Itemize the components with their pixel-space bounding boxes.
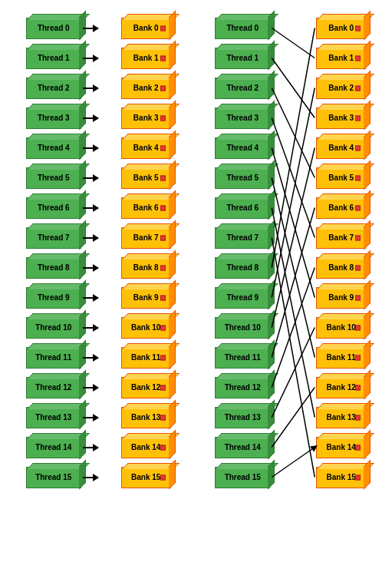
- bank-block: Bank 7: [121, 227, 171, 249]
- bank-block: Bank 4: [316, 137, 366, 159]
- bank-cube: Bank 14: [316, 433, 366, 461]
- bank-block: Bank 0: [121, 18, 171, 39]
- thread-block: Thread 9: [215, 287, 270, 309]
- bank-block: Bank 5: [121, 167, 171, 189]
- thread-block: Thread 2: [215, 78, 270, 99]
- bank-indicator: [355, 385, 361, 390]
- bank-indicator: [160, 295, 166, 300]
- bank-cube: Bank 5: [316, 164, 366, 192]
- arrow-line: [83, 88, 98, 89]
- bank-block: Bank 11: [316, 347, 366, 369]
- arrow-line: [83, 357, 98, 359]
- bank-cube: Bank 4: [121, 134, 171, 162]
- thread-block: Thread 4: [215, 137, 270, 159]
- thread-block: Thread 12: [215, 377, 270, 398]
- bank-block: Bank 14: [121, 437, 171, 458]
- arrow-line: [83, 58, 98, 59]
- bank-cube: Bank 8: [121, 253, 171, 282]
- thread-block: Thread 15: [215, 467, 270, 488]
- bank-indicator: [160, 205, 166, 210]
- bank-cube: Bank 6: [121, 193, 171, 222]
- thread-cube: Thread 4: [26, 134, 81, 162]
- bank-cube: Bank 0: [121, 14, 171, 42]
- thread-block: Thread 2: [26, 78, 81, 99]
- bank-indicator: [355, 265, 361, 270]
- thread-block: Thread 14: [215, 437, 270, 458]
- right-banks-column: Bank 0Bank 1Bank 2Bank 3Bank 4Bank 5Bank…: [316, 14, 366, 491]
- bank-block: Bank 7: [316, 227, 366, 249]
- thread-cube: Thread 11: [26, 343, 81, 372]
- bank-block: Bank 8: [316, 257, 366, 279]
- thread-block: Thread 14: [26, 437, 81, 458]
- thread-cube: Thread 5: [26, 164, 81, 192]
- thread-cube: Thread 12: [26, 373, 81, 402]
- bank-cube: Bank 13: [121, 403, 171, 431]
- bank-cube: Bank 7: [121, 223, 171, 252]
- thread-cube: Thread 8: [26, 253, 81, 282]
- bank-indicator: [355, 474, 361, 480]
- bank-block: Bank 3: [121, 107, 171, 129]
- thread-block: Thread 13: [215, 407, 270, 428]
- bank-block: Bank 13: [316, 407, 366, 428]
- thread-cube: Thread 14: [26, 433, 81, 461]
- thread-cube: Thread 6: [26, 193, 81, 222]
- bank-block: Bank 1: [121, 48, 171, 69]
- bank-block: Bank 10: [316, 317, 366, 339]
- bank-cube: Bank 6: [316, 193, 366, 222]
- thread-cube: Thread 0: [26, 14, 81, 42]
- bank-block: Bank 12: [316, 377, 366, 398]
- thread-cube: Thread 10: [215, 313, 270, 342]
- bank-indicator: [355, 175, 361, 180]
- bank-cube: Bank 4: [316, 134, 366, 162]
- arrow-line: [83, 297, 98, 299]
- bank-indicator: [160, 474, 166, 480]
- right-threads-column: Thread 0Thread 1Thread 2Thread 3Thread 4…: [215, 14, 270, 491]
- bank-cube: Bank 15: [316, 463, 366, 491]
- bank-indicator: [355, 205, 361, 210]
- thread-block: Thread 7: [26, 227, 81, 249]
- thread-cube: Thread 11: [215, 343, 270, 372]
- arrow-line: [83, 387, 98, 388]
- bank-indicator: [160, 385, 166, 390]
- thread-cube: Thread 13: [215, 403, 270, 431]
- arrow-line: [83, 147, 98, 149]
- bank-block: Bank 9: [121, 287, 171, 309]
- thread-cube: Thread 2: [215, 74, 270, 102]
- bank-cube: Bank 10: [316, 313, 366, 342]
- bank-cube: Bank 12: [316, 373, 366, 402]
- bank-cube: Bank 3: [316, 104, 366, 132]
- thread-cube: Thread 10: [26, 313, 81, 342]
- thread-cube: Thread 4: [215, 134, 270, 162]
- bank-block: Bank 14: [316, 437, 366, 458]
- thread-cube: Thread 15: [26, 463, 81, 491]
- thread-block: Thread 6: [26, 197, 81, 219]
- bank-cube: Bank 10: [121, 313, 171, 342]
- thread-block: Thread 11: [26, 347, 81, 369]
- bank-indicator: [355, 145, 361, 150]
- thread-block: Thread 10: [215, 317, 270, 339]
- thread-block: Thread 1: [26, 48, 81, 69]
- left-diagram: Thread 0Thread 1Thread 2Thread 3Thread 4…: [26, 14, 171, 491]
- bank-cube: Bank 5: [121, 164, 171, 192]
- bank-indicator: [160, 145, 166, 150]
- arrow-line: [83, 267, 98, 269]
- thread-cube: Thread 9: [26, 283, 81, 312]
- bank-indicator: [355, 85, 361, 91]
- thread-cube: Thread 9: [215, 283, 270, 312]
- bank-indicator: [160, 265, 166, 270]
- bank-cube: Bank 1: [316, 44, 366, 72]
- arrow-line: [83, 28, 98, 29]
- thread-cube: Thread 1: [26, 44, 81, 72]
- bank-cube: Bank 14: [121, 433, 171, 461]
- bank-cube: Bank 11: [316, 343, 366, 372]
- arrow-line: [83, 447, 98, 448]
- bank-block: Bank 8: [121, 257, 171, 279]
- bank-cube: Bank 2: [316, 74, 366, 102]
- bank-block: Bank 4: [121, 137, 171, 159]
- bank-indicator: [160, 355, 166, 360]
- bank-block: Bank 3: [316, 107, 366, 129]
- bank-cube: Bank 15: [121, 463, 171, 491]
- thread-cube: Thread 12: [215, 373, 270, 402]
- bank-cube: Bank 12: [121, 373, 171, 402]
- bank-cube: Bank 2: [121, 74, 171, 102]
